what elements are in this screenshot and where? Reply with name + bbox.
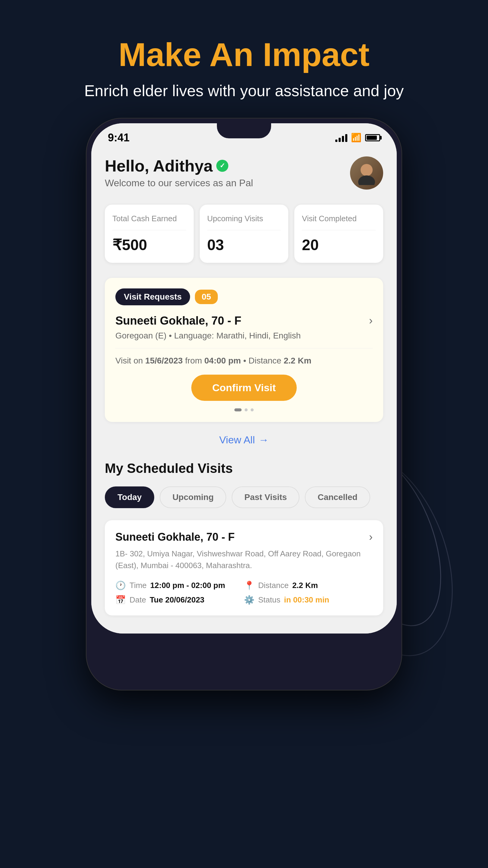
svg-point-0 xyxy=(361,164,372,176)
hero-title: Make An Impact xyxy=(12,36,476,73)
stat-card-upcoming: Upcoming Visits 03 xyxy=(200,205,289,263)
clock-icon: 🕐 xyxy=(116,581,126,590)
phone-notch xyxy=(217,123,271,138)
visit-card: Suneeti Gokhale, 70 - F › 1B- 302, Umiya… xyxy=(105,520,383,615)
battery-icon xyxy=(365,134,380,141)
verified-badge: ✓ xyxy=(216,160,228,172)
date-label: Date xyxy=(130,595,146,604)
stat-label-upcoming: Upcoming Visits xyxy=(207,214,281,230)
tab-past-visits[interactable]: Past Visits xyxy=(232,487,299,508)
pagination-dots xyxy=(116,408,372,411)
chevron-right-icon[interactable]: › xyxy=(369,314,372,327)
visit-card-chevron-icon[interactable]: › xyxy=(369,531,372,544)
location-icon: 📍 xyxy=(244,581,255,590)
distance-value: 2.2 Km xyxy=(292,581,318,590)
greeting-name: Hello, Adithya ✓ xyxy=(105,156,253,175)
greeting-subtitle: Welcome to our services as an Pal xyxy=(105,178,253,189)
visit-requests-header: Visit Requests 05 xyxy=(116,288,372,305)
request-details: Visit on 15/6/2023 from 04:00 pm • Dista… xyxy=(116,356,372,366)
detail-distance: 📍 Distance 2.2 Km xyxy=(244,581,372,590)
stat-value-upcoming: 03 xyxy=(207,236,281,254)
visit-requests-card: Visit Requests 05 Suneeti Gokhale, 70 - … xyxy=(105,278,383,422)
detail-date: 📅 Date Tue 20/06/2023 xyxy=(116,595,244,605)
stat-card-cash: Total Cash Earned ₹500 xyxy=(105,205,194,263)
svg-point-1 xyxy=(358,176,375,185)
stat-label-completed: Visit Completed xyxy=(302,214,376,230)
wifi-icon: 📶 xyxy=(351,133,361,143)
stat-value-completed: 20 xyxy=(302,236,376,254)
tabs-row: Today Upcoming Past Visits Cancelled xyxy=(105,487,383,508)
status-icon: ⚙️ xyxy=(244,595,255,605)
stat-card-completed: Visit Completed 20 xyxy=(294,205,383,263)
visit-card-name-row: Suneeti Gokhale, 70 - F › xyxy=(116,531,372,544)
detail-status: ⚙️ Status in 00:30 min xyxy=(244,595,372,605)
scheduled-visits-title: My Scheduled Visits xyxy=(105,461,383,476)
visit-card-name: Suneeti Gokhale, 70 - F xyxy=(116,531,235,544)
hero-section: Make An Impact Enrich elder lives with y… xyxy=(0,0,488,118)
visit-requests-label: Visit Requests xyxy=(116,288,190,305)
tab-upcoming[interactable]: Upcoming xyxy=(160,487,226,508)
phone-wrapper: 9:41 📶 xyxy=(78,118,410,690)
date-value: Tue 20/06/2023 xyxy=(150,595,204,604)
greeting-section: Hello, Adithya ✓ Welcome to our services… xyxy=(105,156,253,189)
stat-label-cash: Total Cash Earned xyxy=(112,214,186,230)
calendar-icon: 📅 xyxy=(116,595,126,605)
confirm-visit-button[interactable]: Confirm Visit xyxy=(191,375,297,401)
dot-2 xyxy=(245,408,248,411)
stat-value-cash: ₹500 xyxy=(112,236,186,254)
time-value: 12:00 pm - 02:00 pm xyxy=(150,581,225,590)
view-all-link[interactable]: View All → xyxy=(105,434,383,446)
request-location: Goregoan (E) • Language: Marathi, Hindi,… xyxy=(116,331,372,348)
phone-content: Hello, Adithya ✓ Welcome to our services… xyxy=(91,147,397,633)
distance-label: Distance xyxy=(258,581,289,590)
visit-requests-badge: 05 xyxy=(195,290,218,304)
dot-1 xyxy=(234,408,241,411)
time-label: Time xyxy=(130,581,147,590)
visit-card-address: 1B- 302, Umiya Nagar, Vishweshwar Road, … xyxy=(116,548,372,571)
request-name: Suneeti Gokhale, 70 - F xyxy=(116,314,241,327)
status-value: in 00:30 min xyxy=(284,595,329,604)
request-name-row: Suneeti Gokhale, 70 - F › xyxy=(116,314,372,327)
detail-time: 🕐 Time 12:00 pm - 02:00 pm xyxy=(116,581,244,590)
dot-3 xyxy=(251,408,254,411)
app-header: Hello, Adithya ✓ Welcome to our services… xyxy=(105,156,383,190)
avatar xyxy=(350,156,383,190)
status-label: Status xyxy=(258,595,281,604)
tab-today[interactable]: Today xyxy=(105,487,154,508)
request-item: Suneeti Gokhale, 70 - F › Goregoan (E) •… xyxy=(116,314,372,401)
status-icons: 📶 xyxy=(335,133,380,143)
stats-container: Total Cash Earned ₹500 Upcoming Visits 0… xyxy=(105,205,383,263)
hero-subtitle: Enrich elder lives with your assistance … xyxy=(12,82,476,100)
phone-frame: 9:41 📶 xyxy=(86,118,402,690)
phone-inner: 9:41 📶 xyxy=(91,123,397,633)
signal-icon xyxy=(335,133,347,142)
visit-card-details: 🕐 Time 12:00 pm - 02:00 pm 📍 Distance 2.… xyxy=(116,581,372,605)
tab-cancelled[interactable]: Cancelled xyxy=(305,487,370,508)
status-time: 9:41 xyxy=(108,131,130,144)
